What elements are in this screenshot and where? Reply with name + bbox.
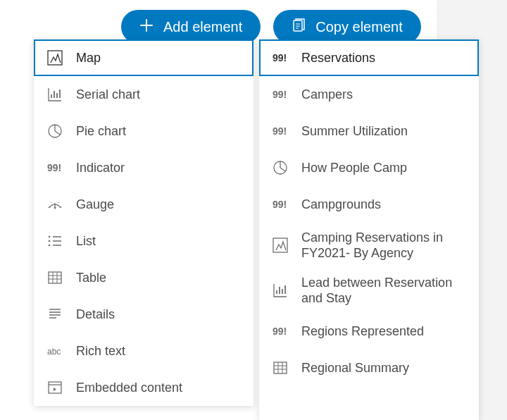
embedded-icon (46, 379, 63, 396)
rich-text-icon (46, 342, 63, 359)
existing-element-item[interactable]: Summer Utilization (259, 113, 479, 149)
existing-element-item[interactable]: Reservations (259, 39, 479, 76)
existing-element-item[interactable]: Regions Represented (259, 313, 479, 350)
table-icon (46, 269, 63, 286)
existing-element-item[interactable]: How People Camp (259, 149, 479, 186)
element-type-item[interactable]: List (34, 223, 254, 259)
copy-element-button[interactable]: Copy element (273, 10, 420, 44)
existing-element-item-label: Lead between Reservation and Stay (301, 275, 466, 307)
element-type-item-label: Map (76, 50, 101, 66)
element-type-item[interactable]: Serial chart (34, 76, 254, 113)
element-type-item-label: Table (76, 270, 106, 286)
indicator-icon (272, 196, 289, 213)
list-icon (46, 233, 63, 249)
existing-element-item[interactable]: Campers (259, 76, 479, 113)
existing-element-item[interactable]: Regional Summary (259, 350, 479, 386)
existing-element-item-label: Regional Summary (301, 360, 409, 376)
element-type-item[interactable]: Pie chart (34, 113, 254, 149)
existing-element-item-label: Campers (301, 87, 353, 103)
table-icon (272, 359, 289, 376)
element-type-item-label: Pie chart (76, 123, 126, 140)
element-type-item[interactable]: Map (34, 39, 254, 76)
element-type-item-label: Rich text (76, 343, 125, 359)
copy-element-menu: ReservationsCampersSummer UtilizationHow… (259, 39, 479, 420)
plus-icon (139, 18, 154, 36)
element-type-item[interactable]: Details (34, 296, 254, 333)
element-type-item-label: Gauge (76, 197, 114, 213)
indicator-icon (272, 49, 289, 66)
element-type-item-label: Serial chart (76, 87, 140, 103)
indicator-icon (272, 86, 289, 103)
pie-chart-icon (272, 159, 289, 176)
add-element-label: Add element (163, 19, 242, 35)
copy-icon (292, 18, 306, 36)
element-type-item-label: Details (76, 307, 115, 323)
serial-chart-icon (272, 282, 289, 299)
details-icon (46, 306, 63, 323)
map-icon (272, 237, 289, 254)
element-type-item[interactable]: Rich text (34, 333, 254, 369)
element-type-item-label: List (76, 233, 96, 249)
element-type-item[interactable]: Embedded content (34, 369, 254, 406)
map-icon (46, 49, 63, 66)
serial-chart-icon (46, 86, 63, 103)
indicator-icon (272, 323, 289, 340)
copy-element-label: Copy element (315, 19, 402, 35)
element-type-item-label: Embedded content (76, 380, 182, 396)
element-type-item[interactable]: Table (34, 259, 254, 296)
existing-element-item-label: Summer Utilization (301, 123, 408, 140)
add-element-button[interactable]: Add element (121, 10, 261, 44)
existing-element-item[interactable]: Lead between Reservation and Stay (259, 268, 479, 313)
existing-element-item-label: Camping Reservations in FY2021- By Agenc… (301, 230, 466, 261)
indicator-icon (272, 123, 289, 140)
element-type-item[interactable]: Indicator (34, 149, 254, 186)
gauge-icon (46, 196, 63, 213)
existing-element-item-label: Regions Represented (301, 323, 424, 340)
pie-chart-icon (46, 123, 63, 140)
indicator-icon (46, 159, 63, 176)
existing-element-item-label: Campgrounds (301, 197, 381, 213)
existing-element-item-label: Reservations (301, 50, 375, 66)
element-type-item-label: Indicator (76, 160, 125, 176)
existing-element-item[interactable]: Campgrounds (259, 186, 479, 223)
existing-element-item[interactable]: Camping Reservations in FY2021- By Agenc… (259, 223, 479, 268)
element-type-item[interactable]: Gauge (34, 186, 254, 223)
existing-element-item-label: How People Camp (301, 160, 407, 176)
add-element-menu: MapSerial chartPie chartIndicatorGaugeLi… (34, 39, 254, 406)
